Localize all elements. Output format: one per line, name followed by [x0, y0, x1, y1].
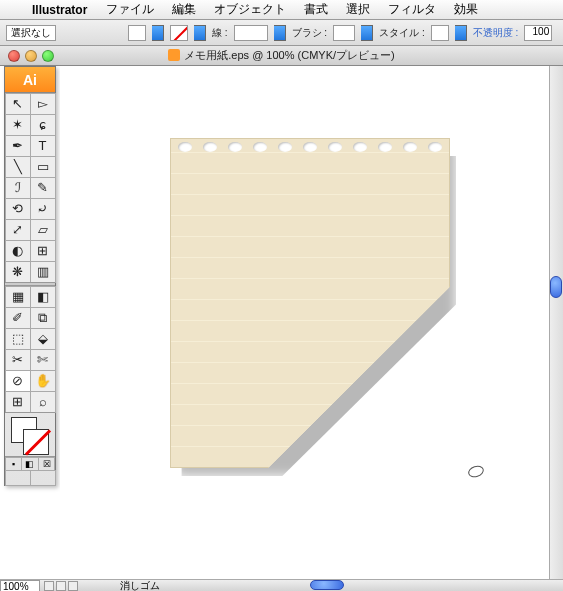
stroke-color-icon[interactable]: [23, 429, 49, 455]
fill-swatch[interactable]: [128, 25, 146, 41]
scissors-tool[interactable]: ✄: [30, 349, 56, 371]
vertical-scroll-thumb[interactable]: [550, 276, 562, 298]
fill-stroke-control[interactable]: [5, 412, 55, 456]
workspace: Ai ↖ ▻ ✶ ɕ ✒ T ╲ ▭ ℐ ✎ ⟲ ⤾ ⤢ ▱ ◐ ⊞ ❋ ▥ ▦…: [0, 66, 563, 579]
zoom-tool[interactable]: ⌕: [30, 391, 56, 413]
stroke-weight-label: 線 :: [212, 26, 228, 40]
current-tool-label: 消しゴム: [120, 579, 160, 592]
app-menu[interactable]: Illustrator: [22, 3, 97, 17]
rectangle-tool[interactable]: ▭: [30, 156, 56, 178]
reflect-tool[interactable]: ⤾: [30, 198, 56, 220]
color-mode-none[interactable]: ☒: [38, 457, 56, 471]
hole-icon: [178, 142, 192, 152]
menu-filter[interactable]: フィルタ: [379, 1, 445, 18]
color-mode-row: ▪ ◧ ☒: [5, 456, 55, 470]
zoom-level-field[interactable]: 100%: [0, 580, 40, 592]
stroke-weight-dropdown[interactable]: [274, 25, 286, 41]
style-dropdown[interactable]: [455, 25, 467, 41]
slice-tool[interactable]: ✂: [5, 349, 31, 371]
rotate-tool[interactable]: ⟲: [5, 198, 31, 220]
control-bar: 選択なし 線 : ブラシ : スタイル : 不透明度 : 100: [0, 20, 563, 46]
shear-tool[interactable]: ▱: [30, 219, 56, 241]
direct-selection-tool[interactable]: ▻: [30, 93, 56, 115]
vertical-scrollbar[interactable]: [549, 66, 563, 579]
eraser-cursor-icon: [467, 464, 486, 479]
tool-grid: ↖ ▻ ✶ ɕ ✒ T ╲ ▭ ℐ ✎ ⟲ ⤾ ⤢ ▱ ◐ ⊞ ❋ ▥ ▦ ◧ …: [5, 93, 55, 412]
selection-status: 選択なし: [6, 25, 56, 41]
hole-icon: [428, 142, 442, 152]
stroke-swatch[interactable]: [170, 25, 188, 41]
zoom-dropdown[interactable]: [44, 581, 54, 591]
stroke-dropdown[interactable]: [194, 25, 206, 41]
eraser-tool[interactable]: ⊘: [5, 370, 31, 392]
color-mode-solid[interactable]: ▪: [5, 457, 23, 471]
brush-dropdown[interactable]: [361, 25, 373, 41]
screen-mode-normal[interactable]: [5, 470, 31, 486]
tool-panel: Ai ↖ ▻ ✶ ɕ ✒ T ╲ ▭ ℐ ✎ ⟲ ⤾ ⤢ ▱ ◐ ⊞ ❋ ▥ ▦…: [4, 66, 56, 486]
document-icon: [168, 49, 180, 61]
document-titlebar: メモ用紙.eps @ 100% (CMYK/プレビュー): [0, 46, 563, 66]
screen-mode-row: [5, 470, 55, 485]
artboard-tool[interactable]: ⊞: [5, 391, 31, 413]
lasso-tool[interactable]: ɕ: [30, 114, 56, 136]
type-tool[interactable]: T: [30, 135, 56, 157]
nav-right-icon[interactable]: [68, 581, 78, 591]
minimize-button[interactable]: [25, 50, 37, 62]
graph-tool[interactable]: ▥: [30, 261, 56, 283]
close-button[interactable]: [8, 50, 20, 62]
color-mode-gradient[interactable]: ◧: [21, 457, 39, 471]
memo-paper-shape[interactable]: [170, 138, 450, 468]
gradient-tool[interactable]: ◧: [30, 286, 56, 308]
illustrator-logo: Ai: [5, 67, 55, 93]
hole-icon: [253, 142, 267, 152]
document-canvas[interactable]: [60, 66, 549, 579]
pen-tool[interactable]: ✒: [5, 135, 31, 157]
opacity-field[interactable]: 100: [524, 25, 552, 41]
paintbrush-tool[interactable]: ℐ: [5, 177, 31, 199]
zoom-button[interactable]: [42, 50, 54, 62]
mesh-tool[interactable]: ▦: [5, 286, 31, 308]
live-paint-tool[interactable]: ⬚: [5, 328, 31, 350]
fill-dropdown[interactable]: [152, 25, 164, 41]
style-swatch[interactable]: [431, 25, 449, 41]
screen-mode-full[interactable]: [30, 470, 56, 486]
blend-tool[interactable]: ⧉: [30, 307, 56, 329]
scale-tool[interactable]: ⤢: [5, 219, 31, 241]
hole-icon: [203, 142, 217, 152]
menu-file[interactable]: ファイル: [97, 1, 163, 18]
horizontal-scroll-thumb[interactable]: [310, 580, 344, 590]
hole-icon: [228, 142, 242, 152]
artwork-memo-paper[interactable]: [170, 138, 450, 468]
hole-icon: [303, 142, 317, 152]
hole-icon: [328, 142, 342, 152]
status-bar: 100% 消しゴム: [0, 579, 563, 591]
style-label: スタイル :: [379, 26, 425, 40]
menu-edit[interactable]: 編集: [163, 1, 205, 18]
hole-icon: [278, 142, 292, 152]
hole-icon: [403, 142, 417, 152]
opacity-label[interactable]: 不透明度 :: [473, 26, 519, 40]
magic-wand-tool[interactable]: ✶: [5, 114, 31, 136]
hole-icon: [353, 142, 367, 152]
symbol-sprayer-tool[interactable]: ❋: [5, 261, 31, 283]
menu-object[interactable]: オブジェクト: [205, 1, 295, 18]
document-title: メモ用紙.eps @ 100% (CMYK/プレビュー): [0, 48, 563, 63]
pencil-tool[interactable]: ✎: [30, 177, 56, 199]
line-tool[interactable]: ╲: [5, 156, 31, 178]
brush-swatch[interactable]: [333, 25, 355, 41]
nav-left-icon[interactable]: [56, 581, 66, 591]
warp-tool[interactable]: ◐: [5, 240, 31, 262]
free-transform-tool[interactable]: ⊞: [30, 240, 56, 262]
hand-tool[interactable]: ✋: [30, 370, 56, 392]
stroke-weight-field[interactable]: [234, 25, 268, 41]
selection-tool[interactable]: ↖: [5, 93, 31, 115]
system-menubar: Illustrator ファイル 編集 オブジェクト 書式 選択 フィルタ 効果: [0, 0, 563, 20]
eyedropper-tool[interactable]: ✐: [5, 307, 31, 329]
live-paint-select-tool[interactable]: ⬙: [30, 328, 56, 350]
menu-effect[interactable]: 効果: [445, 1, 487, 18]
menu-select[interactable]: 選択: [337, 1, 379, 18]
menu-type[interactable]: 書式: [295, 1, 337, 18]
brush-label: ブラシ :: [292, 26, 328, 40]
hole-icon: [378, 142, 392, 152]
window-controls: [0, 50, 62, 62]
